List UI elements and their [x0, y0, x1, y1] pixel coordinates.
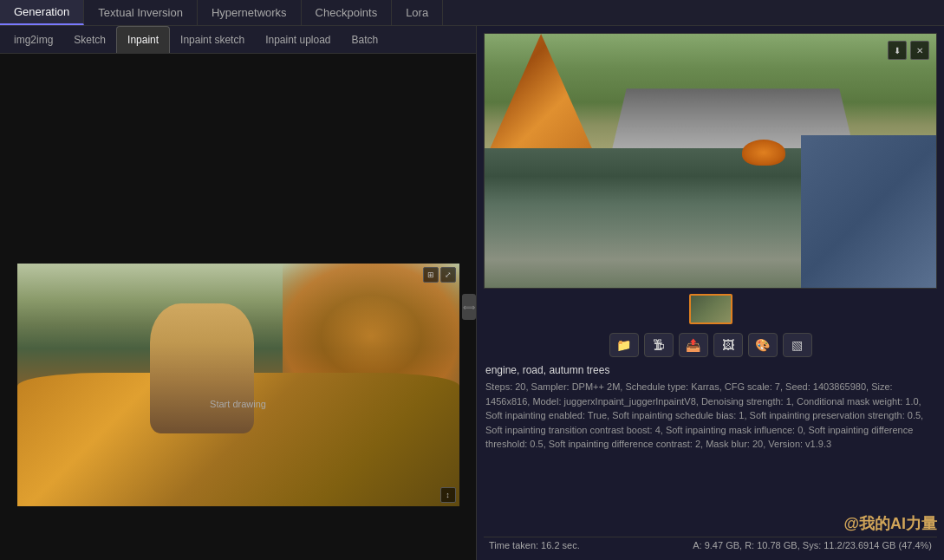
zip-icon: 🗜 — [653, 338, 665, 352]
main-layout: img2img Sketch Inpaint Inpaint sketch In… — [0, 26, 944, 560]
prompt-display: engine, road, autumn trees — [485, 364, 935, 376]
tab-inpaint-upload[interactable]: Inpaint upload — [255, 26, 341, 53]
info-section: engine, road, autumn trees Steps: 20, Sa… — [484, 361, 937, 537]
zip-button[interactable]: 🗜 — [644, 333, 674, 357]
send-button[interactable]: 📤 — [679, 333, 708, 357]
generated-image — [485, 34, 936, 288]
folder-icon: 📁 — [616, 338, 631, 352]
download-button[interactable]: ⬇ — [888, 41, 907, 60]
sub-tabs: img2img Sketch Inpaint Inpaint sketch In… — [0, 26, 476, 54]
folder-button[interactable]: 📁 — [609, 333, 639, 357]
thumbnail-row — [484, 289, 937, 329]
panel-divider[interactable]: ⟺ — [462, 294, 476, 320]
nav-tab-hypernetworks[interactable]: Hypernetworks — [198, 0, 302, 25]
canvas-area[interactable]: ⊞ ⤢ ↕ Start drawing ⟺ — [0, 54, 476, 560]
image-icon: 🖼 — [722, 338, 734, 352]
send-icon: 📤 — [686, 338, 700, 352]
source-image[interactable]: ⊞ ⤢ ↕ Start drawing — [17, 264, 459, 506]
nav-tab-generation[interactable]: Generation — [0, 0, 84, 25]
nav-tab-lora[interactable]: Lora — [392, 0, 443, 25]
memory-info: A: 9.47 GB, R: 10.78 GB, Sys: 11.2/23.69… — [693, 540, 932, 550]
paint-icon: 🎨 — [755, 338, 770, 352]
top-navigation: Generation Textual Inversion Hypernetwor… — [0, 0, 944, 26]
tab-batch[interactable]: Batch — [342, 26, 389, 53]
tab-inpaint[interactable]: Inpaint — [116, 26, 170, 53]
inpaint-button[interactable]: ▧ — [783, 333, 812, 357]
image-fullscreen-btn[interactable]: ⤢ — [440, 267, 456, 283]
inpaint-icon: ▧ — [791, 338, 803, 352]
paint-button[interactable]: 🎨 — [748, 333, 778, 357]
tab-sketch[interactable]: Sketch — [63, 26, 116, 53]
status-bar: Time taken: 16.2 sec. A: 9.47 GB, R: 10.… — [484, 537, 937, 553]
tab-img2img[interactable]: img2img — [3, 26, 63, 53]
generated-image-container: ⬇ ✕ — [484, 33, 937, 289]
nav-tab-textual-inversion[interactable]: Textual Inversion — [84, 0, 198, 25]
image-extra-btn[interactable]: ↕ — [440, 487, 456, 503]
right-panel: ⬇ ✕ 📁 🗜 📤 🖼 🎨 — [477, 26, 944, 560]
image-extra-btn-container: ↕ — [440, 487, 456, 503]
params-display: Steps: 20, Sampler: DPM++ 2M, Schedule t… — [485, 380, 935, 452]
start-drawing-label: Start drawing — [210, 399, 266, 409]
image-toolbar: ⊞ ⤢ — [423, 267, 456, 283]
person-decoration — [150, 303, 254, 433]
blue-structure-decoration — [801, 135, 936, 288]
left-panel: img2img Sketch Inpaint Inpaint sketch In… — [0, 26, 477, 560]
thumbnail-1[interactable] — [689, 294, 732, 324]
image-button[interactable]: 🖼 — [713, 333, 743, 357]
generated-image-buttons: ⬇ ✕ — [888, 41, 929, 60]
nav-tab-checkpoints[interactable]: Checkpoints — [302, 0, 393, 25]
close-button[interactable]: ✕ — [910, 41, 929, 60]
image-container: ⊞ ⤢ ↕ Start drawing — [17, 107, 459, 506]
time-taken: Time taken: 16.2 sec. — [489, 540, 580, 550]
drawing-area[interactable] — [17, 107, 459, 264]
action-buttons: 📁 🗜 📤 🖼 🎨 ▧ — [484, 329, 937, 361]
tab-inpaint-sketch[interactable]: Inpaint sketch — [170, 26, 255, 53]
image-expand-btn[interactable]: ⊞ — [423, 267, 439, 283]
orange-cap-decoration — [742, 140, 785, 166]
thumbnail-1-image — [691, 296, 731, 322]
